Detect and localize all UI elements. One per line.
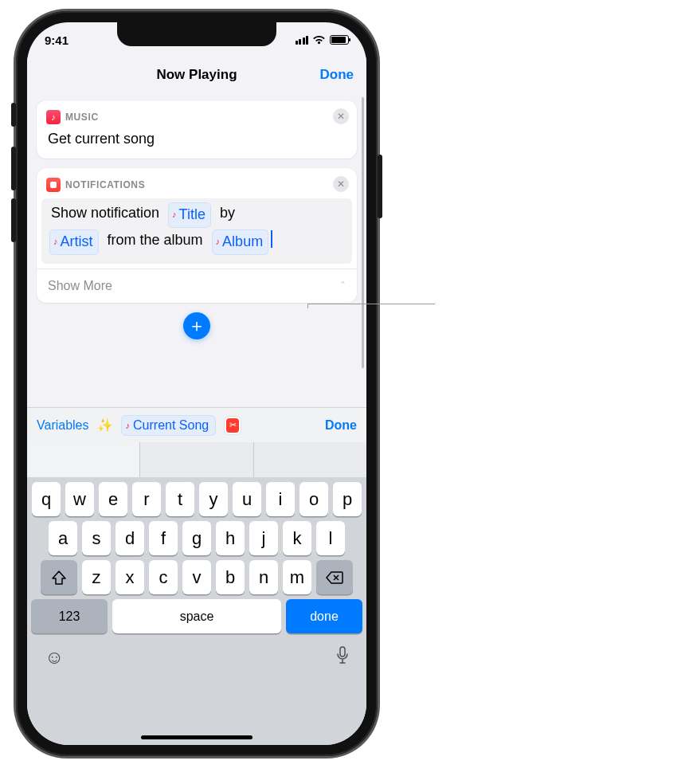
- keyboard: qwertyuiop asdfghjkl z x c v b n m: [27, 442, 366, 745]
- notifications-app-icon: [46, 178, 61, 192]
- key-letter[interactable]: k: [283, 521, 311, 555]
- notification-text-field[interactable]: Show notification ♪ Title by ♪ Artist fr…: [37, 195, 357, 269]
- key-letter[interactable]: c: [149, 560, 178, 594]
- key-letter[interactable]: x: [115, 560, 144, 594]
- key-letter[interactable]: l: [316, 521, 345, 555]
- callout-line: [307, 304, 435, 304]
- key-letter[interactable]: o: [299, 482, 328, 516]
- variable-token-artist[interactable]: ♪ Artist: [49, 229, 99, 255]
- volume-up: [11, 147, 16, 190]
- key-letter[interactable]: s: [82, 521, 111, 555]
- backspace-key[interactable]: [316, 560, 353, 594]
- page-title: Now Playing: [156, 67, 237, 83]
- text-segment: by: [217, 205, 238, 221]
- status-right: [296, 35, 350, 45]
- action-card-notifications[interactable]: NOTIFICATIONS ✕ Show notification ♪ Titl…: [37, 168, 357, 303]
- home-indicator[interactable]: [141, 735, 253, 739]
- action-app-label: MUSIC: [65, 112, 99, 123]
- done-button[interactable]: Done: [320, 67, 354, 83]
- key-letter[interactable]: b: [216, 560, 245, 594]
- key-letter[interactable]: v: [182, 560, 211, 594]
- variable-token-album[interactable]: ♪ Album: [212, 229, 269, 255]
- close-icon[interactable]: ✕: [333, 176, 349, 192]
- key-letter[interactable]: d: [115, 521, 144, 555]
- music-note-icon: ♪: [172, 208, 177, 221]
- variables-button[interactable]: Variables: [37, 418, 89, 433]
- key-letter[interactable]: e: [99, 482, 127, 516]
- key-letter[interactable]: g: [182, 521, 211, 555]
- key-letter[interactable]: f: [149, 521, 178, 555]
- variables-bar: Variables ✨ ♪ Current Song ✂ Done: [27, 407, 366, 442]
- key-letter[interactable]: n: [249, 560, 278, 594]
- space-key[interactable]: space: [112, 599, 281, 633]
- svg-rect-0: [50, 182, 57, 188]
- key-letter[interactable]: p: [333, 482, 362, 516]
- battery-icon: [330, 35, 349, 45]
- show-more-button[interactable]: Show More ˄: [37, 269, 357, 303]
- notch: [117, 22, 276, 46]
- action-title: Get current song: [37, 127, 357, 159]
- keyboard-return-key[interactable]: done: [286, 599, 362, 633]
- wifi-icon: [312, 35, 326, 45]
- scroll-indicator: [362, 97, 364, 368]
- nav-bar: Now Playing Done: [27, 57, 366, 92]
- key-letter[interactable]: u: [233, 482, 261, 516]
- music-note-icon: ♪: [216, 235, 221, 249]
- status-time: 9:41: [45, 33, 69, 47]
- mute-switch: [11, 103, 16, 127]
- variable-chip-current-song[interactable]: ♪ Current Song: [121, 415, 217, 436]
- text-segment: from the album: [104, 232, 206, 248]
- side-button: [378, 155, 382, 218]
- music-note-icon: ♪: [53, 235, 58, 249]
- emoji-key[interactable]: ☺: [45, 646, 65, 668]
- key-letter[interactable]: y: [199, 482, 228, 516]
- key-letter[interactable]: t: [166, 482, 194, 516]
- key-letter[interactable]: j: [249, 521, 278, 555]
- screen: 9:41 Now Playing Done: [27, 22, 366, 745]
- key-letter[interactable]: q: [32, 482, 61, 516]
- dictation-key[interactable]: [336, 646, 349, 668]
- variable-token-title[interactable]: ♪ Title: [168, 202, 211, 228]
- music-app-icon: ♪: [46, 110, 61, 124]
- keyboard-done-button[interactable]: Done: [325, 418, 357, 433]
- add-action-button[interactable]: ＋: [183, 312, 210, 339]
- music-note-icon: ♪: [126, 421, 131, 430]
- iphone-frame: 9:41 Now Playing Done: [16, 11, 378, 756]
- action-app-label: NOTIFICATIONS: [65, 179, 145, 190]
- volume-down: [11, 198, 16, 242]
- key-letter[interactable]: i: [266, 482, 295, 516]
- chevron-up-icon: ˄: [340, 280, 346, 292]
- cellular-icon: [296, 36, 309, 45]
- key-letter[interactable]: h: [216, 521, 245, 555]
- key-letter[interactable]: w: [65, 482, 94, 516]
- key-letter[interactable]: z: [82, 560, 111, 594]
- numbers-key[interactable]: 123: [31, 599, 108, 633]
- scissors-icon: ✂: [226, 418, 239, 433]
- variable-chip-clipboard[interactable]: ✂: [224, 416, 241, 435]
- svg-rect-1: [340, 647, 345, 657]
- predictive-row[interactable]: [27, 442, 366, 477]
- action-card-music[interactable]: ♪ MUSIC ✕ Get current song: [37, 100, 357, 159]
- close-icon[interactable]: ✕: [333, 108, 349, 124]
- key-letter[interactable]: a: [49, 521, 77, 555]
- shift-key[interactable]: [41, 560, 77, 594]
- magic-wand-icon[interactable]: ✨: [97, 417, 113, 433]
- key-letter[interactable]: r: [132, 482, 161, 516]
- text-segment: Show notification: [48, 205, 162, 221]
- key-letter[interactable]: m: [283, 560, 311, 594]
- text-cursor: [271, 230, 272, 248]
